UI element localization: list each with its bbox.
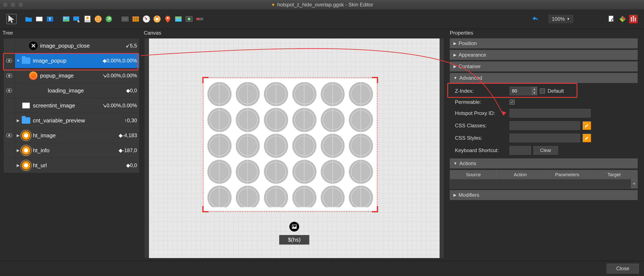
edit-css-classes-icon[interactable] bbox=[582, 121, 591, 130]
compass-tool-icon[interactable] bbox=[153, 15, 161, 23]
visibility-toggle[interactable] bbox=[4, 98, 15, 113]
progress-tool-icon[interactable] bbox=[196, 15, 204, 23]
visibility-toggle[interactable] bbox=[4, 53, 15, 68]
settings-tool-icon[interactable] bbox=[629, 15, 638, 23]
svg-tool-icon[interactable]: SVG bbox=[83, 15, 92, 23]
panels-header: Tree Canvas Properties bbox=[0, 29, 644, 37]
button-tool-icon[interactable] bbox=[72, 15, 81, 23]
chevron-right-icon: ▶ bbox=[454, 193, 456, 197]
section-modifiers[interactable]: ▶Modifiers bbox=[450, 190, 638, 200]
map-tool-icon[interactable] bbox=[174, 15, 183, 23]
node-image-tool-icon[interactable] bbox=[94, 15, 102, 23]
visibility-toggle[interactable] bbox=[4, 83, 15, 98]
section-appearance[interactable]: ▶Appearance bbox=[450, 50, 638, 60]
window-title-text: hotspot_z_hide_overlap.ggsk - Skin Edito… bbox=[277, 2, 373, 8]
grid-tool-icon[interactable] bbox=[132, 15, 140, 23]
tree-row[interactable]: loading_image◆0,0 bbox=[4, 83, 139, 98]
tree-row[interactable]: ▶ht_image◆-4,183 bbox=[4, 128, 139, 143]
target-icon bbox=[21, 131, 31, 140]
globe-placeholder-icon bbox=[349, 186, 373, 207]
visibility-toggle[interactable] bbox=[4, 39, 15, 53]
globe-placeholder-icon bbox=[321, 108, 345, 132]
edit-css-styles-icon[interactable] bbox=[582, 134, 591, 142]
tree-row[interactable]: popup_image↘0.00%,0.00% bbox=[4, 68, 139, 83]
rectangle-tool-icon[interactable] bbox=[35, 15, 44, 23]
traffic-min[interactable] bbox=[11, 2, 15, 7]
keyboard-shortcut-input[interactable] bbox=[510, 146, 531, 155]
col-target: Target bbox=[591, 170, 638, 179]
tree-row[interactable]: ▶ht_info◆-187,0 bbox=[4, 143, 139, 158]
hotspot-proxy-input[interactable] bbox=[510, 109, 591, 118]
item-name: cnt_variable_preview bbox=[33, 117, 124, 124]
undo-icon[interactable] bbox=[530, 15, 541, 23]
tree-row[interactable]: screentint_image↘0.00%,0.00% bbox=[4, 98, 139, 113]
css-classes-label: CSS Classes: bbox=[455, 123, 507, 129]
section-advanced[interactable]: ▼Advanced bbox=[450, 73, 638, 83]
tree-row[interactable]: ✕image_popup_close↙5,5 bbox=[4, 39, 139, 53]
text-tool-icon[interactable]: T bbox=[46, 15, 54, 23]
visibility-toggle[interactable] bbox=[4, 143, 15, 158]
zoom-dropdown[interactable]: 100% ▼ bbox=[548, 15, 573, 23]
traffic-close[interactable] bbox=[3, 2, 8, 7]
css-classes-input[interactable] bbox=[510, 121, 580, 130]
globe-placeholder-icon bbox=[349, 82, 373, 106]
item-coord: ↘0.00%,0.00% bbox=[102, 103, 139, 109]
close-icon: ✕ bbox=[28, 41, 38, 50]
expander[interactable]: ▶ bbox=[15, 118, 21, 123]
video-tool-icon[interactable] bbox=[185, 15, 193, 23]
tree-panel: ✕image_popup_close↙5,5▼image_popup◆0.00%… bbox=[0, 37, 141, 259]
chevron-right-icon: ▶ bbox=[454, 64, 456, 69]
item-name: ht_info bbox=[33, 147, 119, 154]
traffic-max[interactable] bbox=[18, 2, 23, 7]
default-checkbox[interactable] bbox=[540, 88, 545, 94]
section-position[interactable]: ▶Position bbox=[450, 39, 638, 48]
inspect-tool-icon[interactable] bbox=[608, 15, 616, 23]
item-name: image_popup bbox=[33, 58, 103, 64]
folder-icon bbox=[21, 116, 31, 125]
actions-body: + bbox=[450, 179, 638, 188]
css-styles-label: CSS Styles: bbox=[455, 135, 507, 141]
image-tool-icon[interactable] bbox=[62, 15, 70, 23]
color-tool-icon[interactable] bbox=[618, 15, 627, 23]
expander[interactable]: ▼ bbox=[15, 59, 21, 63]
gauge-tool-icon[interactable] bbox=[142, 15, 151, 23]
container-tool-icon[interactable] bbox=[24, 15, 33, 23]
close-button[interactable]: Close bbox=[607, 263, 639, 273]
globe-placeholder-icon bbox=[264, 108, 288, 132]
blank-icon bbox=[36, 86, 46, 95]
globe-placeholder-icon bbox=[236, 108, 260, 132]
tree-row[interactable]: ▼image_popup◆0.00%,0.00% bbox=[4, 53, 139, 68]
screen-tool-icon[interactable] bbox=[121, 15, 129, 23]
globe-placeholder-icon bbox=[292, 186, 316, 207]
permeable-checkbox[interactable] bbox=[510, 100, 515, 105]
image-badge-icon[interactable] bbox=[289, 222, 299, 231]
visibility-toggle[interactable] bbox=[4, 128, 15, 143]
globe-placeholder-icon bbox=[349, 108, 373, 132]
globe-placeholder-icon bbox=[236, 82, 260, 106]
visibility-toggle[interactable] bbox=[4, 158, 15, 173]
hotspot-proxy-label: Hotspot Proxy ID: bbox=[455, 110, 507, 116]
item-coord: ◆-187,0 bbox=[119, 147, 139, 153]
visibility-toggle[interactable] bbox=[4, 113, 15, 128]
selection-box[interactable] bbox=[203, 77, 378, 212]
section-container[interactable]: ▶Container bbox=[450, 62, 638, 71]
add-action-button[interactable]: + bbox=[631, 179, 638, 188]
clear-button[interactable]: Clear bbox=[534, 146, 558, 155]
chevron-down-icon: ▼ bbox=[454, 161, 457, 166]
section-actions[interactable]: ▼Actions bbox=[450, 158, 638, 168]
visibility-toggle[interactable] bbox=[4, 68, 15, 83]
canvas-header: Canvas bbox=[141, 29, 447, 37]
tree-row[interactable]: ▶cnt_variable_preview↑0,30 bbox=[4, 113, 139, 128]
svg-point-7 bbox=[86, 17, 89, 20]
canvas-area[interactable]: $(hs) bbox=[145, 39, 444, 258]
spinner-buttons[interactable]: ▲▼ bbox=[532, 87, 537, 95]
globe-placeholder-icon bbox=[349, 160, 373, 184]
svg-line-33 bbox=[614, 22, 616, 23]
col-parameters: Parameters bbox=[544, 170, 591, 179]
external-tool-icon[interactable] bbox=[104, 15, 113, 23]
css-styles-input[interactable] bbox=[510, 134, 580, 142]
window-controls bbox=[3, 2, 23, 7]
tree-row[interactable]: ▶ht_url◆0,0 bbox=[4, 158, 139, 173]
select-tool[interactable] bbox=[6, 14, 17, 24]
marker-tool-icon[interactable] bbox=[164, 15, 172, 23]
